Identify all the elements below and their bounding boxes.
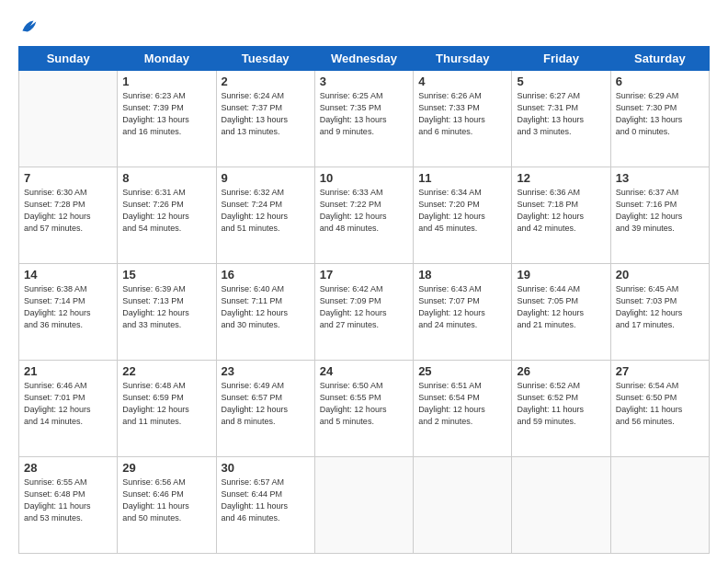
day-number: 26 <box>517 364 605 378</box>
page: SundayMondayTuesdayWednesdayThursdayFrid… <box>0 0 728 563</box>
day-info: Sunrise: 6:43 AM Sunset: 7:07 PM Dayligh… <box>418 283 506 331</box>
day-number: 27 <box>616 364 704 378</box>
week-row-1: 7Sunrise: 6:30 AM Sunset: 7:28 PM Daylig… <box>19 167 710 264</box>
day-info: Sunrise: 6:34 AM Sunset: 7:20 PM Dayligh… <box>418 187 506 235</box>
calendar-cell: 28Sunrise: 6:55 AM Sunset: 6:48 PM Dayli… <box>19 457 118 554</box>
calendar-cell: 7Sunrise: 6:30 AM Sunset: 7:28 PM Daylig… <box>19 167 118 264</box>
calendar-cell: 1Sunrise: 6:23 AM Sunset: 7:39 PM Daylig… <box>118 71 216 167</box>
calendar-cell: 30Sunrise: 6:57 AM Sunset: 6:44 PM Dayli… <box>216 457 314 554</box>
calendar-cell: 20Sunrise: 6:45 AM Sunset: 7:03 PM Dayli… <box>610 264 709 361</box>
day-info: Sunrise: 6:49 AM Sunset: 6:57 PM Dayligh… <box>222 380 310 428</box>
calendar-cell: 3Sunrise: 6:25 AM Sunset: 7:35 PM Daylig… <box>314 71 413 167</box>
week-row-3: 21Sunrise: 6:46 AM Sunset: 7:01 PM Dayli… <box>19 361 710 457</box>
calendar-cell: 16Sunrise: 6:40 AM Sunset: 7:11 PM Dayli… <box>216 264 314 361</box>
header <box>18 17 710 37</box>
calendar-cell: 21Sunrise: 6:46 AM Sunset: 7:01 PM Dayli… <box>19 361 118 457</box>
calendar-cell: 8Sunrise: 6:31 AM Sunset: 7:26 PM Daylig… <box>118 167 216 264</box>
calendar-cell: 14Sunrise: 6:38 AM Sunset: 7:14 PM Dayli… <box>19 264 118 361</box>
calendar-cell <box>314 457 413 554</box>
calendar-cell <box>19 71 118 167</box>
day-number: 22 <box>122 364 210 378</box>
day-info: Sunrise: 6:24 AM Sunset: 7:37 PM Dayligh… <box>222 90 310 138</box>
day-info: Sunrise: 6:26 AM Sunset: 7:33 PM Dayligh… <box>418 90 506 138</box>
day-info: Sunrise: 6:56 AM Sunset: 6:46 PM Dayligh… <box>122 477 210 524</box>
day-number: 2 <box>222 75 310 88</box>
calendar-cell: 26Sunrise: 6:52 AM Sunset: 6:52 PM Dayli… <box>512 361 610 457</box>
day-info: Sunrise: 6:32 AM Sunset: 7:24 PM Dayligh… <box>222 187 310 235</box>
calendar-cell: 24Sunrise: 6:50 AM Sunset: 6:55 PM Dayli… <box>314 361 413 457</box>
day-number: 25 <box>418 364 506 378</box>
calendar-cell: 4Sunrise: 6:26 AM Sunset: 7:33 PM Daylig… <box>414 71 512 167</box>
calendar-cell: 5Sunrise: 6:27 AM Sunset: 7:31 PM Daylig… <box>512 71 610 167</box>
day-info: Sunrise: 6:44 AM Sunset: 7:05 PM Dayligh… <box>517 283 605 331</box>
day-info: Sunrise: 6:25 AM Sunset: 7:35 PM Dayligh… <box>320 90 408 138</box>
day-info: Sunrise: 6:46 AM Sunset: 7:01 PM Dayligh… <box>24 380 112 428</box>
day-info: Sunrise: 6:36 AM Sunset: 7:18 PM Dayligh… <box>517 187 605 235</box>
day-info: Sunrise: 6:57 AM Sunset: 6:44 PM Dayligh… <box>222 477 310 524</box>
day-number: 3 <box>320 75 408 88</box>
day-number: 24 <box>320 364 408 378</box>
day-info: Sunrise: 6:38 AM Sunset: 7:14 PM Dayligh… <box>24 283 112 331</box>
day-info: Sunrise: 6:48 AM Sunset: 6:59 PM Dayligh… <box>122 380 210 428</box>
day-number: 4 <box>418 75 506 88</box>
day-info: Sunrise: 6:55 AM Sunset: 6:48 PM Dayligh… <box>24 477 112 524</box>
day-number: 13 <box>616 171 704 185</box>
day-number: 8 <box>122 171 210 185</box>
day-number: 15 <box>122 268 210 282</box>
week-row-4: 28Sunrise: 6:55 AM Sunset: 6:48 PM Dayli… <box>19 457 710 554</box>
day-number: 16 <box>222 268 310 282</box>
day-info: Sunrise: 6:39 AM Sunset: 7:13 PM Dayligh… <box>122 283 210 331</box>
bird-icon <box>18 17 39 37</box>
day-number: 7 <box>24 171 112 185</box>
calendar-cell: 10Sunrise: 6:33 AM Sunset: 7:22 PM Dayli… <box>314 167 413 264</box>
calendar-cell: 18Sunrise: 6:43 AM Sunset: 7:07 PM Dayli… <box>414 264 512 361</box>
weekday-header-tuesday: Tuesday <box>216 47 314 71</box>
day-number: 20 <box>616 268 704 282</box>
day-info: Sunrise: 6:29 AM Sunset: 7:30 PM Dayligh… <box>616 90 704 138</box>
week-row-2: 14Sunrise: 6:38 AM Sunset: 7:14 PM Dayli… <box>19 264 710 361</box>
day-number: 19 <box>517 268 605 282</box>
day-number: 29 <box>122 461 210 475</box>
calendar-cell: 29Sunrise: 6:56 AM Sunset: 6:46 PM Dayli… <box>118 457 216 554</box>
calendar-cell: 25Sunrise: 6:51 AM Sunset: 6:54 PM Dayli… <box>414 361 512 457</box>
calendar-cell: 12Sunrise: 6:36 AM Sunset: 7:18 PM Dayli… <box>512 167 610 264</box>
day-number: 17 <box>320 268 408 282</box>
day-number: 28 <box>24 461 112 475</box>
calendar-cell: 17Sunrise: 6:42 AM Sunset: 7:09 PM Dayli… <box>314 264 413 361</box>
weekday-header-wednesday: Wednesday <box>314 47 413 71</box>
day-number: 5 <box>517 75 605 88</box>
calendar-table: SundayMondayTuesdayWednesdayThursdayFrid… <box>18 46 710 554</box>
logo <box>18 17 40 37</box>
weekday-header-monday: Monday <box>118 47 216 71</box>
calendar-cell: 13Sunrise: 6:37 AM Sunset: 7:16 PM Dayli… <box>610 167 709 264</box>
calendar-cell: 11Sunrise: 6:34 AM Sunset: 7:20 PM Dayli… <box>414 167 512 264</box>
day-info: Sunrise: 6:40 AM Sunset: 7:11 PM Dayligh… <box>222 283 310 331</box>
day-number: 21 <box>24 364 112 378</box>
day-info: Sunrise: 6:51 AM Sunset: 6:54 PM Dayligh… <box>418 380 506 428</box>
calendar-cell: 27Sunrise: 6:54 AM Sunset: 6:50 PM Dayli… <box>610 361 709 457</box>
day-info: Sunrise: 6:42 AM Sunset: 7:09 PM Dayligh… <box>320 283 408 331</box>
day-number: 14 <box>24 268 112 282</box>
day-info: Sunrise: 6:54 AM Sunset: 6:50 PM Dayligh… <box>616 380 704 428</box>
day-number: 9 <box>222 171 310 185</box>
calendar-cell: 23Sunrise: 6:49 AM Sunset: 6:57 PM Dayli… <box>216 361 314 457</box>
weekday-header-sunday: Sunday <box>19 47 118 71</box>
day-number: 10 <box>320 171 408 185</box>
day-number: 1 <box>122 75 210 88</box>
day-info: Sunrise: 6:45 AM Sunset: 7:03 PM Dayligh… <box>616 283 704 331</box>
weekday-header-saturday: Saturday <box>610 47 709 71</box>
calendar-cell <box>414 457 512 554</box>
day-number: 12 <box>517 171 605 185</box>
weekday-header-friday: Friday <box>512 47 610 71</box>
calendar-cell: 22Sunrise: 6:48 AM Sunset: 6:59 PM Dayli… <box>118 361 216 457</box>
day-info: Sunrise: 6:52 AM Sunset: 6:52 PM Dayligh… <box>517 380 605 428</box>
day-info: Sunrise: 6:27 AM Sunset: 7:31 PM Dayligh… <box>517 90 605 138</box>
day-info: Sunrise: 6:33 AM Sunset: 7:22 PM Dayligh… <box>320 187 408 235</box>
day-info: Sunrise: 6:31 AM Sunset: 7:26 PM Dayligh… <box>122 187 210 235</box>
day-info: Sunrise: 6:50 AM Sunset: 6:55 PM Dayligh… <box>320 380 408 428</box>
calendar-cell <box>512 457 610 554</box>
calendar-cell: 19Sunrise: 6:44 AM Sunset: 7:05 PM Dayli… <box>512 264 610 361</box>
calendar-cell: 9Sunrise: 6:32 AM Sunset: 7:24 PM Daylig… <box>216 167 314 264</box>
day-info: Sunrise: 6:37 AM Sunset: 7:16 PM Dayligh… <box>616 187 704 235</box>
calendar-cell <box>610 457 709 554</box>
